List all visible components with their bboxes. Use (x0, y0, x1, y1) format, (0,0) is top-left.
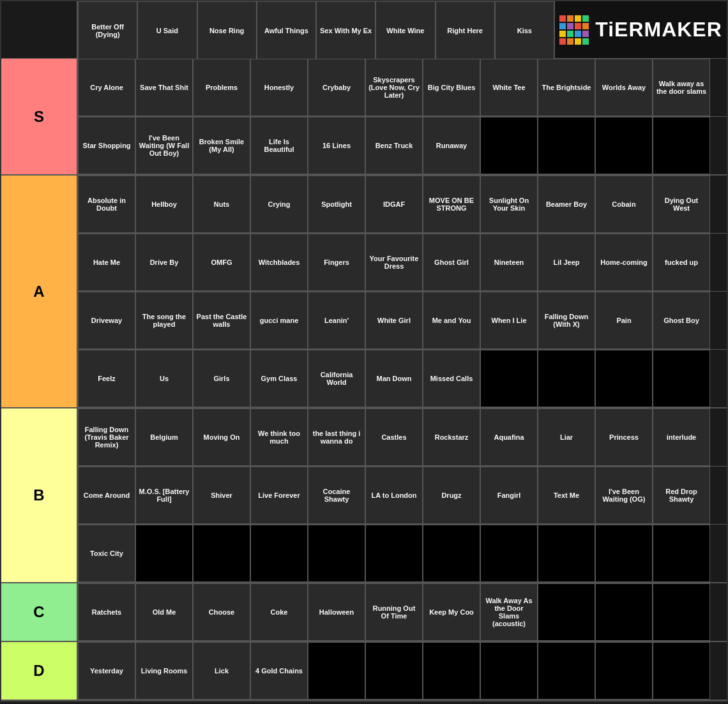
song-cell[interactable]: Lil Jeep (538, 234, 595, 291)
song-cell[interactable]: Hate Me (78, 234, 135, 291)
song-cell[interactable]: Cobain (595, 176, 653, 233)
song-cell[interactable]: Skyscrapers (Love Now, Cry Later) (365, 59, 423, 116)
song-cell[interactable]: LA to London (365, 467, 423, 524)
song-cell[interactable] (480, 117, 538, 174)
song-cell[interactable]: Running Out Of Time (365, 583, 423, 641)
song-cell[interactable]: Text Me (538, 467, 595, 524)
song-cell[interactable]: Fingers (308, 234, 365, 291)
song-cell[interactable]: Pain (595, 292, 653, 349)
song-cell[interactable]: interlude (653, 408, 710, 466)
song-cell[interactable]: We think too much (250, 408, 308, 466)
song-cell[interactable]: Living Rooms (135, 642, 193, 700)
song-cell[interactable] (193, 525, 250, 582)
song-cell[interactable]: Falling Down (With X) (538, 292, 595, 349)
song-cell[interactable]: Choose (193, 583, 250, 641)
song-cell[interactable]: White Tee (480, 59, 538, 116)
song-cell[interactable]: Castles (365, 408, 423, 466)
song-cell[interactable] (595, 350, 653, 407)
song-cell[interactable]: Absolute in Doubt (78, 176, 135, 233)
song-cell[interactable]: The Brightside (538, 59, 595, 116)
song-cell[interactable]: the last thing i wanna do (308, 408, 365, 466)
song-cell[interactable]: Ghost Girl (423, 234, 480, 291)
song-cell[interactable] (538, 117, 595, 174)
song-cell[interactable]: Cry Alone (78, 59, 135, 116)
song-cell[interactable]: Broken Smile (My All) (193, 117, 250, 174)
song-cell[interactable]: Missed Calls (423, 350, 480, 407)
song-cell[interactable]: Ghost Boy (653, 292, 710, 349)
song-cell[interactable]: Nineteen (480, 234, 538, 291)
song-cell[interactable]: Driveway (78, 292, 135, 349)
song-cell[interactable]: Nuts (193, 176, 250, 233)
song-cell[interactable]: Coke (250, 583, 308, 641)
song-cell[interactable] (365, 525, 423, 582)
song-cell[interactable]: Halloween (308, 583, 365, 641)
song-cell[interactable]: Keep My Coo (423, 583, 480, 641)
song-cell[interactable]: Moving On (193, 408, 250, 466)
song-cell[interactable] (538, 642, 595, 700)
song-cell[interactable]: California World (308, 350, 365, 407)
song-cell[interactable]: Fangirl (480, 467, 538, 524)
song-cell[interactable]: Save That Shit (135, 59, 193, 116)
song-cell[interactable]: Falling Down (Travis Baker Remix) (78, 408, 135, 466)
song-cell[interactable]: Live Forever (250, 467, 308, 524)
song-cell[interactable]: Sunlight On Your Skin (480, 176, 538, 233)
song-cell[interactable]: Shiver (193, 467, 250, 524)
song-cell[interactable]: Toxic City (78, 525, 135, 582)
song-cell[interactable] (480, 642, 538, 700)
song-cell[interactable]: gucci mane (250, 292, 308, 349)
song-cell[interactable]: Old Me (135, 583, 193, 641)
song-cell[interactable] (653, 350, 710, 407)
song-cell[interactable]: Come Around (78, 467, 135, 524)
song-cell[interactable]: Benz Truck (365, 117, 423, 174)
song-cell[interactable]: Feelz (78, 350, 135, 407)
song-cell[interactable]: Rockstarz (423, 408, 480, 466)
song-cell[interactable]: Belgium (135, 408, 193, 466)
song-cell[interactable] (423, 525, 480, 582)
song-cell[interactable] (538, 583, 595, 641)
song-cell[interactable] (595, 525, 653, 582)
song-cell[interactable]: The song the played (135, 292, 193, 349)
song-cell[interactable]: Us (135, 350, 193, 407)
song-cell[interactable]: Hellboy (135, 176, 193, 233)
song-cell[interactable]: Spotlight (308, 176, 365, 233)
song-cell[interactable] (423, 642, 480, 700)
song-cell[interactable] (653, 117, 710, 174)
song-cell[interactable]: Worlds Away (595, 59, 653, 116)
song-cell[interactable]: Gym Class (250, 350, 308, 407)
song-cell[interactable]: Lick (193, 642, 250, 700)
song-cell[interactable]: IDGAF (365, 176, 423, 233)
song-cell[interactable]: Drugz (423, 467, 480, 524)
song-cell[interactable]: Ratchets (78, 583, 135, 641)
song-cell[interactable] (250, 525, 308, 582)
song-cell[interactable]: Runaway (423, 117, 480, 174)
song-cell[interactable] (595, 642, 653, 700)
song-cell[interactable]: Beamer Boy (538, 176, 595, 233)
song-cell[interactable]: fucked up (653, 234, 710, 291)
song-cell[interactable] (480, 525, 538, 582)
song-cell[interactable]: Walk Away As the Door Slams (acoustic) (480, 583, 538, 641)
song-cell[interactable]: MOVE ON BE STRONG (423, 176, 480, 233)
song-cell[interactable]: Crying (250, 176, 308, 233)
song-cell[interactable]: 16 Lines (308, 117, 365, 174)
song-cell[interactable] (595, 583, 653, 641)
song-cell[interactable]: Big City Blues (423, 59, 480, 116)
song-cell[interactable] (480, 350, 538, 407)
song-cell[interactable]: Your Favourite Dress (365, 234, 423, 291)
song-cell[interactable]: I've Been Waiting (W Fall Out Boy) (135, 117, 193, 174)
song-cell[interactable] (595, 117, 653, 174)
song-cell[interactable]: M.O.S. [Battery Full] (135, 467, 193, 524)
song-cell[interactable]: Witchblades (250, 234, 308, 291)
song-cell[interactable]: Red Drop Shawty (653, 467, 710, 524)
song-cell[interactable] (308, 525, 365, 582)
song-cell[interactable]: OMFG (193, 234, 250, 291)
song-cell[interactable]: Honestly (250, 59, 308, 116)
song-cell[interactable]: Home-coming (595, 234, 653, 291)
song-cell[interactable] (135, 525, 193, 582)
song-cell[interactable] (365, 642, 423, 700)
song-cell[interactable]: Leanin' (308, 292, 365, 349)
song-cell[interactable]: Man Down (365, 350, 423, 407)
song-cell[interactable] (653, 642, 710, 700)
song-cell[interactable]: White Girl (365, 292, 423, 349)
song-cell[interactable]: Drive By (135, 234, 193, 291)
song-cell[interactable] (538, 350, 595, 407)
